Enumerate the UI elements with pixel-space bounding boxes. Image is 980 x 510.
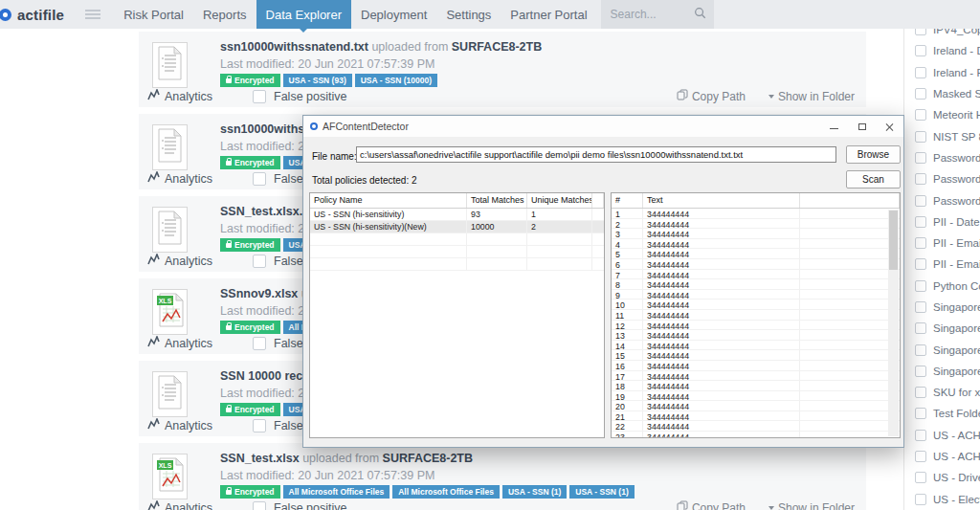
sidebar-checkbox[interactable] [915, 344, 926, 356]
match-table-row[interactable]: 23344444444 [612, 432, 900, 438]
sidebar-checkbox[interactable] [915, 173, 926, 185]
copy-path-button[interactable]: Copy Path [677, 500, 746, 510]
analytics-button[interactable]: Analytics [147, 336, 212, 350]
sidebar-checkbox[interactable] [915, 258, 926, 270]
scan-button[interactable]: Scan [846, 170, 901, 188]
match-table-header-cell[interactable]: # [612, 193, 643, 208]
match-table-row[interactable]: 21344444444 [612, 411, 900, 422]
menu-icon[interactable] [85, 10, 100, 19]
match-table-scrollbar[interactable] [888, 210, 899, 436]
sidebar-checkbox[interactable] [915, 67, 926, 78]
sidebar-checkbox[interactable] [915, 216, 926, 228]
false-positive-checkbox[interactable] [253, 337, 266, 350]
nav-item-settings[interactable]: Settings [436, 0, 501, 29]
file-name[interactable]: SSN_test.xlsx [220, 452, 300, 465]
sidebar-item-password-detection[interactable]: Password Detection ( [904, 147, 980, 168]
sidebar-checkbox[interactable] [915, 88, 926, 100]
match-table-row[interactable]: 5344444444 [612, 249, 900, 259]
policy-table-row[interactable]: US - SSN (hi-sensitivity)(New)100002 [310, 221, 604, 233]
nav-item-deployment[interactable]: Deployment [351, 0, 436, 29]
file-name[interactable]: SSnnov9.xlsx [220, 287, 298, 300]
sidebar-item-us-ach-clearing-nu[interactable]: US - ACH Clearing Nu [904, 425, 980, 446]
sidebar-item-password-detection[interactable]: Password Detection_ [904, 189, 980, 211]
match-table-row[interactable]: 17344444444 [612, 371, 900, 382]
file-name-input[interactable] [356, 146, 836, 163]
sidebar-item-singapore-work-per[interactable]: Singapore - Work Per [904, 361, 980, 382]
sidebar-item-meteorit-hebrew[interactable]: Meteorit Hebrew (2) [904, 104, 980, 125]
match-table-row[interactable]: 20344444444 [612, 401, 900, 411]
match-table-row[interactable]: 7344444444 [612, 270, 900, 280]
sidebar-checkbox[interactable] [915, 387, 926, 398]
match-table-row[interactable]: 13344444444 [612, 330, 900, 341]
false-positive-checkbox[interactable] [253, 255, 266, 268]
sidebar-item-masked-ssn[interactable]: Masked SSN (4) [904, 83, 980, 104]
match-table-row[interactable]: 1344444444 [612, 209, 900, 219]
match-table-row[interactable]: 11344444444 [612, 310, 900, 321]
sidebar-checkbox[interactable] [915, 301, 926, 313]
analytics-button[interactable]: Analytics [147, 254, 212, 268]
sidebar-item-password-detection[interactable]: Password Detection_ [904, 168, 980, 189]
sidebar-item-ireland-driving-licen[interactable]: Ireland - Driving Licen [904, 40, 980, 61]
match-table-row[interactable]: 12344444444 [612, 321, 900, 331]
sidebar-item-singapore-passport[interactable]: Singapore - Passport [904, 339, 980, 360]
false-positive-checkbox[interactable] [253, 419, 266, 432]
sidebar-checkbox[interactable] [915, 472, 926, 483]
match-table-row[interactable]: 6344444444 [612, 259, 900, 270]
sidebar-checkbox[interactable] [915, 152, 926, 164]
policy-table-header-cell[interactable]: Policy Name [310, 193, 467, 208]
sidebar-item-pii-email-list[interactable]: PII - Email List (4902) [904, 233, 980, 254]
sidebar-item-python-code[interactable]: Python Code (82170) [904, 276, 980, 297]
match-table-row[interactable]: 18344444444 [612, 381, 900, 391]
sidebar-item-sku-for-xyz-corp[interactable]: SKU for xyz corp (119 [904, 382, 980, 403]
analytics-button[interactable]: Analytics [147, 418, 212, 432]
nav-item-partner-portal[interactable]: Partner Portal [501, 0, 596, 29]
sidebar-item-pii-email-list-copy[interactable]: PII - Email List_Copy ( [904, 254, 980, 275]
sidebar-checkbox[interactable] [915, 494, 926, 505]
sidebar-item-singapore-employm[interactable]: Singapore - Employm [904, 297, 980, 318]
sidebar-checkbox[interactable] [915, 109, 926, 121]
copy-path-button[interactable]: Copy Path [677, 89, 746, 103]
match-table-header-cell[interactable]: Text [643, 193, 800, 208]
maximize-button[interactable] [848, 116, 876, 137]
file-name[interactable]: ssn10000withssnatend.txt [220, 40, 368, 54]
sidebar-checkbox[interactable] [915, 322, 926, 334]
show-in-folder-button[interactable]: Show in Folder [768, 90, 855, 103]
match-table-row[interactable]: 15344444444 [612, 350, 900, 361]
false-positive-checkbox[interactable] [253, 90, 266, 103]
analytics-button[interactable]: Analytics [147, 500, 212, 510]
match-table-row[interactable]: 10344444444 [612, 299, 900, 310]
match-table-row[interactable]: 14344444444 [612, 341, 900, 351]
match-table-row[interactable]: 8344444444 [612, 279, 900, 290]
sidebar-item-us-electronic-funds[interactable]: US - Electronic Funds [904, 489, 980, 510]
match-table-row[interactable]: 9344444444 [612, 290, 900, 300]
policy-table-header-cell[interactable]: Total Matches [467, 193, 527, 208]
close-button[interactable] [876, 116, 903, 137]
search-icon[interactable] [694, 6, 706, 23]
match-table-row[interactable]: 4344444444 [612, 239, 900, 250]
scrollbar-thumb[interactable] [889, 211, 898, 270]
sidebar-item-us-ach-clearing-nu[interactable]: US - ACH Clearing Nu [904, 446, 980, 467]
sidebar-checkbox[interactable] [915, 430, 926, 441]
sidebar-item-nist-sp-800-171[interactable]: NIST SP 800-171 (118 [904, 125, 980, 146]
nav-item-reports[interactable]: Reports [193, 0, 256, 29]
sidebar-checkbox[interactable] [915, 366, 926, 377]
browse-button[interactable]: Browse [846, 145, 901, 164]
analytics-button[interactable]: Analytics [147, 89, 212, 103]
match-table-row[interactable]: 16344444444 [612, 361, 900, 371]
minimize-button[interactable] [820, 116, 848, 137]
sidebar-item-test-folder-test[interactable]: Test Folder (Test) (8) [904, 403, 980, 424]
sidebar-checkbox[interactable] [915, 195, 926, 207]
sidebar-checkbox[interactable] [915, 237, 926, 249]
sidebar-checkbox[interactable] [915, 451, 926, 462]
search-input[interactable] [609, 7, 694, 22]
sidebar-checkbox[interactable] [915, 45, 926, 56]
false-positive-checkbox[interactable] [253, 172, 266, 186]
nav-item-data-explorer[interactable]: Data Explorer [256, 0, 351, 29]
sidebar-checkbox[interactable] [915, 408, 926, 419]
sidebar-checkbox[interactable] [915, 280, 926, 292]
sidebar-item-pii-date-of-birth-us[interactable]: PII - Date of Birth - US [904, 211, 980, 233]
sidebar-item-ireland-pps-number[interactable]: Ireland - PPS Number [904, 62, 980, 83]
dialog-titlebar[interactable]: AFContentDetector [303, 116, 903, 137]
policy-table-header-cell[interactable]: Unique Matches [527, 193, 592, 208]
match-table-row[interactable]: 22344444444 [612, 421, 900, 432]
